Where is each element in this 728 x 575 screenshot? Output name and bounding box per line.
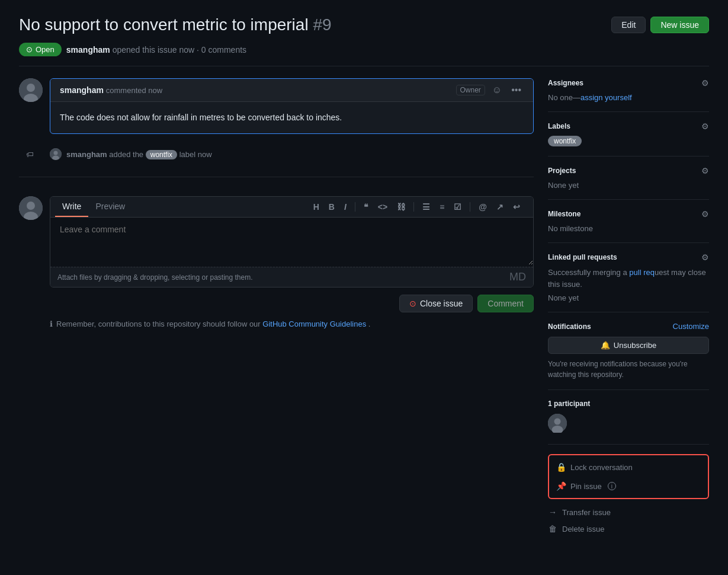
tab-write[interactable]: Write: [55, 197, 88, 217]
editor-tabs: Write Preview H B I ❝ <> ⛓: [50, 197, 533, 218]
action-row: ⊙ Close issue Comment: [19, 295, 534, 312]
notifications-section: Notifications Customize 🔔 Unsubscribe Yo…: [548, 312, 709, 390]
svg-point-10: [554, 419, 561, 425]
comment-editor: Write Preview H B I ❝ <> ⛓: [50, 196, 534, 288]
timeline-avatar: [50, 148, 62, 160]
community-note: ℹ Remember, contributions to this reposi…: [19, 320, 534, 328]
italic-button[interactable]: I: [341, 200, 350, 214]
mention-button[interactable]: @: [475, 200, 490, 214]
emoji-reaction-button[interactable]: ☺: [490, 84, 504, 97]
assign-yourself-link[interactable]: assign yourself: [581, 93, 632, 102]
editor-section: Write Preview H B I ❝ <> ⛓: [19, 196, 534, 288]
actions-section: 🔒 Lock conversation 📌 Pin issue i → Tran…: [548, 445, 709, 547]
link-button[interactable]: ⛓: [393, 200, 409, 214]
info-icon: ℹ: [50, 320, 53, 328]
transfer-issue-item[interactable]: → Transfer issue: [548, 504, 709, 520]
customize-notifications-link[interactable]: Customize: [673, 322, 709, 331]
unsubscribe-button[interactable]: 🔔 Unsubscribe: [548, 337, 709, 354]
wontfix-label-tag: wontfix: [146, 150, 177, 159]
editor-footer: Attach files by dragging & dropping, sel…: [50, 267, 533, 287]
comment-author-info: smangham commented now: [60, 85, 162, 95]
lock-conversation-item[interactable]: 🔒 Lock conversation: [549, 458, 708, 477]
svg-point-7: [27, 202, 35, 210]
comment-body: The code does not allow for rainfall in …: [50, 102, 533, 133]
bell-icon: 🔔: [601, 341, 610, 350]
tab-preview[interactable]: Preview: [88, 197, 132, 217]
linked-pr-desc: Successfully merging a pull request may …: [548, 267, 709, 290]
quote-button[interactable]: ❝: [360, 200, 372, 214]
toolbar-divider-3: [470, 202, 470, 212]
assignees-section: Assignees ⚙ No one—assign yourself: [548, 78, 709, 112]
projects-section: Projects ⚙ None yet: [548, 156, 709, 200]
reference-button[interactable]: ↗: [493, 200, 507, 214]
participant-count: 1 participant: [548, 400, 709, 408]
labels-section: Labels ⚙ wontfix: [548, 112, 709, 156]
linked-pr-gear-button[interactable]: ⚙: [701, 253, 709, 262]
numbered-list-button[interactable]: ≡: [436, 200, 448, 214]
new-issue-button[interactable]: New issue: [650, 17, 709, 33]
timeline-text: smangham added the wontfix label now: [66, 150, 212, 159]
undo-button[interactable]: ↩: [509, 200, 524, 214]
milestone-section: Milestone ⚙ No milestone: [548, 200, 709, 243]
transfer-icon: →: [548, 507, 557, 517]
pull-request-link[interactable]: pull req: [629, 268, 655, 277]
pin-info-icon: i: [608, 482, 616, 490]
pin-issue-item[interactable]: 📌 Pin issue i: [549, 477, 708, 496]
participant-avatar: [548, 414, 567, 433]
timeline-event: 🏷 smangham added the wontfix label now: [19, 143, 534, 165]
sidebar: Assignees ⚙ No one—assign yourself Label…: [548, 78, 709, 547]
status-badge: ⊙ Open: [19, 43, 62, 56]
markdown-icon: MD: [509, 271, 526, 283]
comment-header: smangham commented now Owner ☺ •••: [50, 79, 533, 102]
owner-badge: Owner: [456, 85, 485, 95]
divider: [19, 177, 534, 177]
comment-button[interactable]: Comment: [477, 295, 534, 312]
delete-icon: 🗑: [548, 524, 557, 534]
status-bar: ⊙ Open smangham opened this issue now · …: [19, 43, 709, 66]
header-actions: Edit New issue: [611, 17, 709, 33]
toolbar-divider-2: [413, 202, 414, 212]
heading-button[interactable]: H: [310, 200, 323, 214]
main-content: smangham commented now Owner ☺ ••• The c…: [19, 78, 534, 547]
comment-header-right: Owner ☺ •••: [456, 84, 524, 97]
labels-header: Labels ⚙: [548, 122, 709, 131]
projects-header: Projects ⚙: [548, 166, 709, 175]
comment-textarea[interactable]: [50, 218, 533, 265]
task-list-button[interactable]: ☑: [450, 200, 465, 214]
main-layout: smangham commented now Owner ☺ ••• The c…: [19, 78, 709, 547]
milestone-gear-button[interactable]: ⚙: [701, 209, 709, 219]
editor-avatar: [19, 196, 43, 220]
open-circle-icon: ⊙: [26, 45, 33, 54]
wontfix-label: wontfix: [548, 136, 582, 146]
edit-button[interactable]: Edit: [611, 17, 646, 33]
toolbar-divider-1: [355, 202, 355, 212]
code-button[interactable]: <>: [374, 200, 391, 214]
projects-gear-button[interactable]: ⚙: [701, 166, 709, 175]
bullet-list-button[interactable]: ☰: [419, 200, 434, 214]
notifications-info: You're receiving notifications because y…: [548, 359, 709, 380]
assignees-gear-button[interactable]: ⚙: [701, 78, 709, 88]
bold-button[interactable]: B: [325, 200, 338, 214]
page-title: No support to convert metric to imperial…: [19, 14, 332, 36]
comment-section: smangham commented now Owner ☺ ••• The c…: [19, 78, 534, 134]
lock-icon: 🔒: [556, 462, 566, 472]
comment-box: smangham commented now Owner ☺ ••• The c…: [50, 78, 534, 134]
labels-gear-button[interactable]: ⚙: [701, 122, 709, 131]
svg-point-1: [27, 84, 35, 92]
community-guidelines-link[interactable]: GitHub Community Guidelines: [262, 320, 366, 328]
editor-toolbar: H B I ❝ <> ⛓ ☰ ≡ ☑: [305, 197, 528, 216]
issue-header: No support to convert metric to imperial…: [19, 14, 709, 36]
svg-point-4: [54, 151, 58, 155]
issue-number: #9: [313, 15, 331, 34]
avatar: [19, 78, 43, 102]
delete-issue-item[interactable]: 🗑 Delete issue: [548, 520, 709, 537]
close-issue-button[interactable]: ⊙ Close issue: [399, 295, 473, 312]
label-icon: 🏷: [26, 150, 34, 159]
linked-pr-header: Linked pull requests ⚙: [548, 253, 709, 262]
more-options-button[interactable]: •••: [509, 84, 524, 97]
status-meta: smangham opened this issue now · 0 comme…: [66, 45, 246, 55]
participants-section: 1 participant: [548, 390, 709, 445]
linked-pr-section: Linked pull requests ⚙ Successfully merg…: [548, 243, 709, 312]
avatar-image: [19, 78, 43, 102]
assignees-header: Assignees ⚙: [548, 78, 709, 88]
